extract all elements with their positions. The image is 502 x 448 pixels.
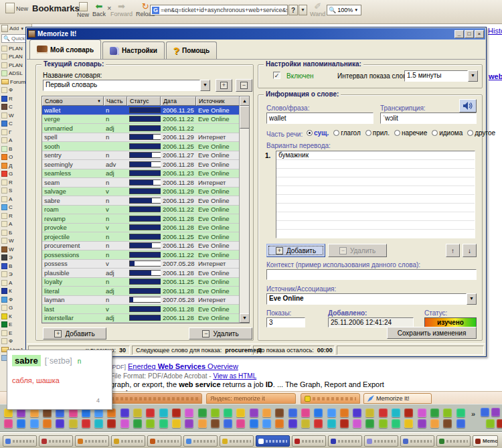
radio-option[interactable]: глагол (333, 129, 360, 137)
table-row[interactable]: seamn2006.11.28Интернет (42, 178, 249, 188)
desktop-icon[interactable] (365, 419, 374, 428)
minimize-button[interactable]: _ (454, 30, 464, 38)
table-row[interactable]: lastv2006.11.28Eve Online (42, 305, 249, 314)
taskbar-button[interactable] (183, 435, 218, 447)
desktop-icon[interactable] (301, 408, 310, 417)
column-header-1[interactable]: Часть (104, 96, 127, 106)
desktop-icon[interactable] (17, 419, 25, 428)
save-changes-button[interactable]: Сохранить изменения (387, 327, 477, 339)
desktop-icon[interactable] (327, 419, 336, 428)
scroll-up-icon[interactable]: ▲ (240, 96, 250, 106)
desktop-icon[interactable] (314, 408, 323, 417)
desktop-icon[interactable] (120, 419, 129, 428)
desktop-icon[interactable] (288, 419, 297, 428)
desktop-icon[interactable] (379, 408, 388, 417)
translation-item[interactable]: бумажник (278, 151, 473, 159)
desktop-icon[interactable] (236, 408, 245, 417)
page-tab[interactable]: Яндекс: memorize it (206, 393, 296, 404)
desktop-icon[interactable] (107, 419, 116, 428)
chevron-down-icon[interactable]: ▼ (468, 70, 478, 82)
desktop-icon[interactable] (198, 419, 207, 428)
table-scrollbar[interactable]: ▲ ▼ (239, 96, 249, 323)
desktop-icon[interactable] (456, 419, 465, 428)
maximize-button[interactable]: □ (465, 30, 474, 38)
scroll-down-icon[interactable]: ▼ (240, 313, 250, 323)
table-row[interactable]: projectilen2006.11.25Eve Online (42, 232, 249, 242)
desktop-icon[interactable] (211, 419, 220, 428)
desktop-icon[interactable] (497, 419, 502, 428)
chevron-down-icon[interactable]: ▼ (467, 293, 477, 305)
delete-translation-button[interactable]: −Удалить (328, 244, 387, 257)
taskbar-button[interactable] (400, 435, 434, 447)
desktop-icon[interactable] (133, 408, 142, 417)
desktop-icon[interactable] (146, 419, 155, 428)
search-help-button[interactable]: ? (288, 5, 298, 15)
desktop-icon[interactable] (250, 408, 258, 417)
desktop-icon[interactable] (418, 408, 426, 417)
desktop-icon[interactable] (404, 419, 413, 428)
scroll-thumb[interactable] (240, 106, 250, 129)
desktop-icon[interactable] (262, 419, 271, 428)
close-button[interactable]: × (475, 30, 484, 38)
shows-input[interactable] (266, 317, 305, 327)
move-down-button[interactable]: ↓ (463, 244, 477, 257)
radio-icon[interactable] (307, 130, 313, 136)
table-row[interactable]: vergen2006.11.22Eve Online (42, 115, 249, 125)
radio-option[interactable]: прил. (365, 129, 390, 137)
table-row[interactable]: plausibleadj2006.11.28Eve Online (42, 269, 249, 278)
taskbar-button[interactable] (256, 435, 290, 447)
add-word-button[interactable]: +Добавить (43, 327, 106, 340)
radio-option[interactable]: сущ. (307, 129, 329, 137)
table-row[interactable]: walletn2006.11.25Eve Online (42, 106, 249, 115)
desktop-icon[interactable] (327, 408, 336, 417)
desktop-icon[interactable] (224, 419, 232, 428)
add-dictionary-button[interactable]: + (216, 79, 232, 92)
move-up-button[interactable]: ↑ (446, 244, 460, 257)
taskbar-button[interactable] (220, 435, 254, 447)
address-bar[interactable]: G =en&q=ticket+id+asynchronous+web+servi… (150, 5, 288, 15)
desktop-icon[interactable] (430, 419, 439, 428)
table-row[interactable]: interstellaradj2006.11.28Eve Online (42, 314, 249, 323)
web-link[interactable]: web (489, 72, 502, 80)
desktop-icon[interactable] (314, 419, 323, 428)
table-row[interactable]: seamlessadj2006.11.23Eve Online (42, 169, 249, 179)
desktop-icon[interactable] (172, 408, 181, 417)
desktop-icon[interactable] (301, 419, 310, 428)
dictionary-select[interactable]: Первый словарь▼ (43, 80, 210, 91)
panel-new-label[interactable]: New (16, 5, 28, 12)
desktop-icon[interactable] (443, 419, 452, 428)
zoom-control[interactable]: 🔍 100% ▼ (327, 5, 361, 15)
tab-my-dictionary[interactable]: Мой словарь (29, 40, 101, 59)
desktop-icon[interactable] (133, 419, 142, 428)
context-input[interactable] (266, 269, 477, 280)
desktop-icon[interactable] (443, 408, 452, 417)
radio-option[interactable]: другое (467, 129, 495, 137)
interval-select[interactable]: 1.5 минуты▼ (404, 70, 478, 82)
desktop-icon[interactable] (69, 419, 78, 428)
pronounce-button[interactable] (459, 99, 477, 113)
radio-option[interactable]: наречие (394, 129, 427, 137)
taskbar-button[interactable] (328, 435, 362, 447)
desktop-icon[interactable] (262, 408, 271, 417)
table-row[interactable] (42, 323, 249, 323)
column-header-4[interactable]: Источник (196, 96, 240, 106)
desktop-icon[interactable] (353, 419, 361, 428)
desktop-icon[interactable] (275, 408, 284, 417)
table-row[interactable]: sooth2006.11.25Eve Online (42, 142, 249, 151)
add-translation-button[interactable]: +Добавить (266, 244, 325, 257)
page-tab[interactable] (107, 393, 202, 404)
desktop-icon[interactable] (185, 419, 193, 428)
column-header-3[interactable]: Дата (161, 96, 196, 106)
desktop-icon[interactable] (340, 419, 349, 428)
table-row[interactable]: provokev2006.11.28Eve Online (42, 224, 249, 233)
desktop-icon[interactable] (185, 408, 193, 417)
desktop-icon[interactable] (236, 419, 245, 428)
desktop-icon[interactable] (392, 419, 400, 428)
desktop-icon[interactable] (430, 408, 439, 417)
column-header-0[interactable]: Слово▼ (42, 96, 104, 106)
window-titlebar[interactable]: Memorize It! _ □ × (27, 28, 485, 40)
taskbar-button[interactable] (75, 435, 109, 447)
table-row[interactable]: procurementn2006.11.26Eve Online (42, 242, 249, 251)
desktop-icon[interactable] (159, 408, 168, 417)
desktop-icon[interactable] (353, 408, 361, 417)
